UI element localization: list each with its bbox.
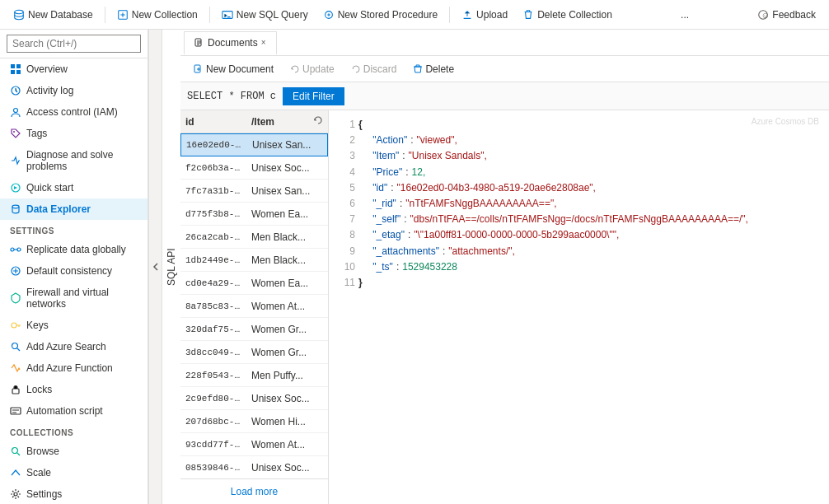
main-layout: Overview Activity log Access control (IA… (0, 30, 829, 504)
separator-2 (209, 7, 210, 23)
sidebar-item-firewall[interactable]: Firewall and virtual networks (0, 282, 148, 315)
azure-search-icon (10, 341, 21, 352)
sidebar-item-add-azure-search[interactable]: Add Azure Search (0, 336, 148, 357)
sidebar-item-automation[interactable]: Automation script (0, 400, 148, 422)
new-collection-button[interactable]: New Collection (110, 6, 204, 24)
json-value: 12, (412, 165, 426, 180)
table-row[interactable]: 26ca2cab-... Men Black... (180, 226, 328, 249)
cell-id: 16e02ed0-... (181, 137, 247, 153)
table-row[interactable]: 93cdd77f-... Women At... (180, 433, 328, 456)
cell-item: Women Gr... (246, 320, 328, 338)
table-row[interactable]: 08539846-... Unisex Soc... (180, 456, 328, 478)
table-row[interactable]: 207d68bc-... Women Hi... (180, 410, 328, 433)
sidebar-item-add-azure-function[interactable]: Add Azure Function (0, 357, 148, 379)
sidebar-item-consistency[interactable]: Default consistency (0, 260, 148, 282)
cell-item: Unisex San... (247, 136, 327, 154)
sidebar-item-keys[interactable]: Keys (0, 315, 148, 336)
table-row[interactable]: 1db2449e-... Men Black... (180, 249, 328, 272)
table-row[interactable]: 16e02ed0-... Unisex San... (180, 133, 328, 156)
json-line: 6 "_rid": "nTtFAMFsNggBAAAAAAAAA==", (335, 196, 822, 212)
svg-rect-6 (11, 64, 15, 68)
scale-icon (10, 467, 21, 478)
new-document-button[interactable]: New Document (187, 61, 280, 77)
sidebar-item-quick-start[interactable]: Quick start (0, 177, 148, 198)
json-value: "dbs/nTtFAA==/colls/nTtFAMFsNgg=/docs/nT… (410, 212, 748, 227)
table-row[interactable]: cd0e4a29-... Women Ea... (180, 272, 328, 295)
top-toolbar: New Database New Collection New SQL Quer… (0, 0, 829, 30)
line-number: 2 (335, 133, 355, 148)
feedback-button[interactable]: ☺ Feedback (751, 6, 822, 24)
table-row[interactable]: 8a785c83-... Women At... (180, 295, 328, 318)
separator-3 (449, 7, 450, 23)
svg-point-22 (12, 448, 18, 454)
table-row[interactable]: 2c9efd80-... Unisex Soc... (180, 387, 328, 410)
delete-collection-button[interactable]: Delete Collection (516, 6, 619, 24)
sidebar-item-diagnose[interactable]: Diagnose and solve problems (0, 144, 148, 177)
sidebar-item-scale[interactable]: Scale (0, 462, 148, 483)
sql-api-label[interactable]: SQL API (162, 30, 180, 504)
svg-rect-8 (11, 70, 15, 74)
activitylog-icon (10, 85, 21, 96)
svg-rect-20 (12, 389, 19, 394)
sidebar-item-overview[interactable]: Overview (0, 58, 148, 80)
cell-id: 08539846-... (180, 460, 246, 476)
table-row[interactable]: 3d8cc049-... Women Gr... (180, 341, 328, 364)
table-row[interactable]: 228f0543-... Men Puffy... (180, 364, 328, 387)
json-value: "16e02ed0-04b3-4980-a519-20ae6e2808ae", (397, 180, 596, 196)
documents-tab-icon (194, 38, 204, 48)
line-number: 7 (335, 212, 355, 227)
cell-id: 320daf75-... (180, 321, 246, 338)
more-button[interactable]: ... (674, 6, 696, 24)
table-row[interactable]: 7fc7a31b-... Unisex San... (180, 180, 328, 203)
sidebar-item-settings[interactable]: Settings (0, 483, 148, 504)
sidebar-collapse-button[interactable] (148, 30, 162, 504)
json-key: "_ts" (372, 259, 393, 275)
table-row[interactable]: f2c06b3a-... Unisex Soc... (180, 156, 328, 180)
json-key: "id" (372, 180, 387, 196)
json-brace: { (358, 117, 363, 133)
edit-filter-button[interactable]: Edit Filter (283, 87, 344, 105)
query-bar: SELECT * FROM c Edit Filter (180, 82, 829, 110)
feedback-icon: ☺ (757, 9, 769, 21)
sidebar-item-replicate[interactable]: Replicate data globally (0, 239, 148, 260)
table-row[interactable]: d775f3b8-... Women Ea... (180, 203, 328, 226)
documents-tab[interactable]: Documents × (184, 31, 277, 55)
sidebar-item-locks[interactable]: Locks (0, 379, 148, 400)
content-area: SQL API Documents × New Document (162, 30, 829, 504)
tab-close-button[interactable]: × (261, 38, 266, 47)
function-icon (10, 362, 21, 374)
search-input[interactable] (7, 35, 141, 53)
svg-point-15 (11, 248, 14, 251)
locks-icon (10, 384, 21, 395)
svg-rect-9 (16, 70, 21, 74)
new-stored-procedure-button[interactable]: New Stored Procedure (316, 6, 444, 24)
delete-button[interactable]: Delete (406, 61, 461, 77)
cell-id: 3d8cc049-... (180, 344, 246, 361)
action-bar: New Document Update Discard Delete (180, 56, 829, 82)
json-line: 10 "_ts": 1529453228 (335, 259, 822, 275)
sidebar-item-access-control[interactable]: Access control (IAM) (0, 101, 148, 123)
svg-point-19 (12, 343, 18, 349)
cell-id: d775f3b8-... (180, 206, 246, 222)
sidebar-item-activity-log[interactable]: Activity log (0, 80, 148, 101)
json-line: 3 "Item": "Unisex Sandals", (335, 148, 822, 164)
load-more-button[interactable]: Load more (180, 478, 328, 504)
collection-icon (117, 9, 129, 21)
table-row[interactable]: 320daf75-... Women Gr... (180, 318, 328, 341)
new-database-button[interactable]: New Database (7, 6, 100, 24)
sidebar-item-data-explorer[interactable]: Data Explorer (0, 198, 148, 220)
update-button[interactable]: Update (283, 61, 341, 77)
upload-button[interactable]: Upload (455, 6, 514, 24)
iam-icon (10, 106, 21, 118)
table-area: id /Item 16e02ed0-... Unisex San... f2c0… (180, 110, 329, 504)
refresh-icon[interactable] (313, 115, 323, 128)
col-id-header: id (180, 113, 246, 131)
sidebar-item-browse[interactable]: Browse (0, 441, 148, 462)
new-sql-query-button[interactable]: New SQL Query (215, 6, 315, 24)
json-key: "_rid" (372, 196, 396, 212)
col-item-header: /Item (246, 113, 313, 131)
sidebar-item-tags[interactable]: Tags (0, 123, 148, 144)
line-number: 6 (335, 196, 355, 212)
discard-button[interactable]: Discard (344, 61, 404, 77)
json-line: 9 "_attachments": "attachments/", (335, 244, 822, 259)
